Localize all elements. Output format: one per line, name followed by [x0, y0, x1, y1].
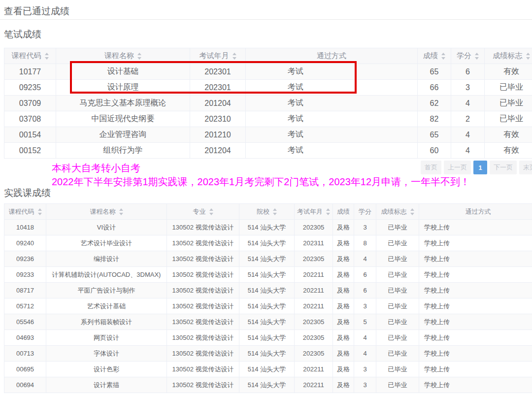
cell: 已毕业 — [376, 220, 419, 235]
column-header-label: 课程名称 — [104, 51, 134, 60]
column-header-3[interactable]: 专业 — [167, 204, 239, 220]
table-row: 00695设计色彩130502 视觉传达设计514 汕头大学202211及格3已… — [4, 362, 532, 377]
cell: 130502 视觉传达设计 — [167, 251, 239, 267]
cell: 考试 — [246, 111, 418, 127]
cell: 202211 — [295, 362, 333, 377]
cell: 202305 — [295, 330, 333, 346]
cell: 202301 — [190, 80, 246, 96]
cell: 8 — [354, 235, 376, 251]
column-header-1[interactable]: 课程代码 — [4, 48, 56, 64]
cell: 设计色彩 — [46, 362, 167, 377]
cell: 514 汕头大学 — [239, 235, 295, 251]
cell: 已毕业 — [376, 314, 419, 330]
column-header-7[interactable]: 成绩标志 — [485, 48, 532, 64]
table-row: 10177设计基础202301考试656有效 — [4, 64, 532, 80]
pagination-first-button[interactable]: 首页 — [421, 161, 441, 174]
table-row: 00154企业管理咨询201210考试654有效 — [4, 127, 532, 143]
cell: 已毕业 — [376, 235, 419, 251]
cell: 130502 视觉传达设计 — [167, 362, 239, 377]
table-row: 00713字体设计130502 视觉传达设计514 汕头大学202305及格4已… — [4, 346, 532, 362]
sort-caret-icon — [118, 208, 123, 215]
cell: 3 — [354, 298, 376, 314]
cell: 66 — [418, 80, 451, 96]
cell: 514 汕头大学 — [239, 267, 295, 283]
pagination-prev-button[interactable]: 上一页 — [444, 161, 471, 174]
cell: 514 汕头大学 — [239, 220, 295, 235]
cell: 04693 — [4, 330, 46, 346]
cell: 130502 视觉传达设计 — [167, 330, 239, 346]
cell: 组织行为学 — [56, 143, 190, 159]
column-header-9: 通过方式 — [419, 204, 532, 220]
column-header-label: 专业 — [193, 208, 206, 215]
column-header-6[interactable]: 学分 — [451, 48, 485, 64]
cell: 202211 — [295, 267, 333, 283]
cell: 514 汕头大学 — [239, 283, 295, 298]
cell: 学校上传 — [419, 330, 532, 346]
pagination-next-button[interactable]: 下一页 — [490, 161, 517, 174]
column-header-8[interactable]: 成绩标志 — [376, 204, 419, 220]
cell: 05712 — [4, 298, 46, 314]
table-header-row: 课程代码课程名称考试年月通过方式成绩学分成绩标志 — [4, 48, 532, 64]
cell: 514 汕头大学 — [239, 362, 295, 377]
table-row: 09236编排设计130502 视觉传达设计514 汕头大学202305及格4已… — [4, 251, 532, 267]
cell: 65 — [418, 127, 451, 143]
pagination-current-page[interactable]: 1 — [473, 161, 487, 174]
cell: 及格 — [333, 283, 354, 298]
cell: 有效 — [485, 127, 532, 143]
column-header-5[interactable]: 成绩 — [418, 48, 451, 64]
cell: 及格 — [333, 362, 354, 377]
cell: 马克思主义基本原理概论 — [56, 96, 190, 111]
column-header-label: 课程代码 — [9, 208, 34, 215]
cell: 学校上传 — [419, 298, 532, 314]
column-header-label: 成绩标志 — [493, 51, 523, 60]
column-header-3[interactable]: 考试年月 — [190, 48, 246, 64]
cell: 6 — [354, 267, 376, 283]
cell: 已毕业 — [485, 80, 532, 96]
table-row: 05546系列书籍装帧设计130502 视觉传达设计514 汕头大学202305… — [4, 314, 532, 330]
cell: 设计素描 — [46, 377, 167, 393]
cell: 企业管理咨询 — [56, 127, 190, 143]
cell: 4 — [354, 330, 376, 346]
column-header-label: 成绩标志 — [381, 208, 407, 215]
column-header-1[interactable]: 课程代码 — [4, 204, 46, 220]
cell: 00694 — [4, 377, 46, 393]
cell: 202211 — [295, 298, 333, 314]
column-header-2[interactable]: 课程名称 — [46, 204, 167, 220]
column-header-5[interactable]: 考试年月 — [295, 204, 333, 220]
cell: 及格 — [333, 330, 354, 346]
column-header-2[interactable]: 课程名称 — [56, 48, 190, 64]
pagination-last-button[interactable]: 末页 — [519, 161, 532, 174]
cell: 60 — [418, 143, 451, 159]
cell: 编排设计 — [46, 251, 167, 267]
sort-caret-icon — [232, 53, 236, 60]
cell: VI设计 — [46, 220, 167, 235]
column-header-4[interactable]: 院校 — [239, 204, 295, 220]
cell: 130502 视觉传达设计 — [167, 283, 239, 298]
cell: 3 — [354, 220, 376, 235]
column-header-label: 学分 — [359, 208, 371, 215]
cell: 平面广告设计与制作 — [46, 283, 167, 298]
cell: 设计基础 — [56, 64, 190, 80]
table-row: 04693网页设计130502 视觉传达设计514 汕头大学202305及格4已… — [4, 330, 532, 346]
cell: 514 汕头大学 — [239, 346, 295, 362]
cell: 字体设计 — [46, 346, 167, 362]
cell: 10418 — [4, 220, 46, 235]
cell: 系列书籍装帧设计 — [46, 314, 167, 330]
cell: 4 — [451, 127, 485, 143]
cell: 10177 — [4, 64, 56, 80]
cell: 05546 — [4, 314, 46, 330]
cell: 已毕业 — [376, 251, 419, 267]
table-row: 09233计算机辅助设计(AUTOCAD、3DMAX)130502 视觉传达设计… — [4, 267, 532, 283]
cell: 82 — [418, 111, 451, 127]
cell: 09233 — [4, 267, 46, 283]
cell: 08717 — [4, 283, 46, 298]
cell: 514 汕头大学 — [239, 251, 295, 267]
cell: 202305 — [295, 220, 333, 235]
cell: 130502 视觉传达设计 — [167, 220, 239, 235]
column-header-6: 成绩 — [333, 204, 354, 220]
table-row: 00694设计素描130502 视觉传达设计514 汕头大学202211及格3已… — [4, 377, 532, 393]
annotation-text: 本科大自考转小自考 2022年下半年安排第1期实践课，2023年1月考完剩下2门… — [52, 161, 470, 189]
cell: 514 汕头大学 — [239, 330, 295, 346]
cell: 4 — [354, 346, 376, 362]
sort-caret-icon — [409, 208, 414, 215]
